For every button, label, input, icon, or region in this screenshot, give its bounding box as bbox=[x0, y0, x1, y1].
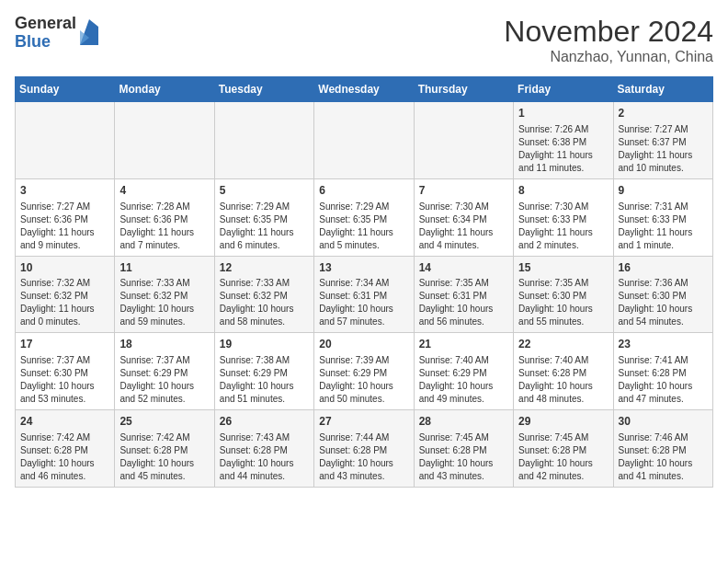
day-info-line: Sunset: 6:30 PM bbox=[20, 368, 88, 378]
day-number: 18 bbox=[119, 337, 209, 352]
calendar-cell: 3Sunrise: 7:27 AMSunset: 6:36 PMDaylight… bbox=[16, 178, 115, 256]
day-info-line: Sunset: 6:34 PM bbox=[419, 214, 487, 224]
day-info: Sunrise: 7:32 AMSunset: 6:32 PMDaylight:… bbox=[20, 277, 109, 328]
day-info-line: Daylight: 11 hours and 6 minutes. bbox=[220, 227, 294, 250]
logo-blue: Blue bbox=[15, 33, 76, 52]
day-info: Sunrise: 7:26 AMSunset: 6:38 PMDaylight:… bbox=[518, 123, 608, 175]
calendar-cell: 5Sunrise: 7:29 AMSunset: 6:35 PMDaylight… bbox=[214, 178, 313, 256]
calendar-cell: 24Sunrise: 7:42 AMSunset: 6:28 PMDayligh… bbox=[16, 410, 115, 488]
page-title: November 2024 bbox=[504, 15, 713, 49]
day-info-line: Sunset: 6:28 PM bbox=[619, 368, 687, 378]
day-info-line: Sunset: 6:30 PM bbox=[619, 291, 687, 301]
day-info-line: Daylight: 10 hours and 41 minutes. bbox=[619, 458, 693, 481]
day-info-line: Sunrise: 7:27 AM bbox=[20, 201, 90, 212]
day-info-line: Sunset: 6:29 PM bbox=[319, 368, 387, 378]
day-info-line: Daylight: 11 hours and 4 minutes. bbox=[419, 227, 494, 250]
day-info: Sunrise: 7:35 AMSunset: 6:31 PMDaylight:… bbox=[419, 277, 508, 328]
page-header: General Blue November 2024 Nanzhao, Yunn… bbox=[15, 15, 713, 65]
day-info-line: Sunset: 6:37 PM bbox=[619, 137, 687, 147]
day-info-line: Sunset: 6:29 PM bbox=[419, 368, 487, 378]
calendar-week-1: 1Sunrise: 7:26 AMSunset: 6:38 PMDaylight… bbox=[16, 102, 713, 179]
day-info-line: Sunrise: 7:32 AM bbox=[20, 278, 90, 288]
day-info-line: Sunrise: 7:39 AM bbox=[319, 355, 389, 365]
header-day-tuesday: Tuesday bbox=[214, 77, 313, 102]
day-info-line: Sunrise: 7:40 AM bbox=[518, 355, 588, 365]
day-info-line: Sunset: 6:28 PM bbox=[619, 445, 687, 455]
day-info-line: Sunrise: 7:28 AM bbox=[119, 201, 189, 212]
calendar-cell: 1Sunrise: 7:26 AMSunset: 6:38 PMDaylight… bbox=[514, 102, 613, 179]
day-info-line: Daylight: 10 hours and 48 minutes. bbox=[518, 381, 593, 404]
day-info-line: Sunset: 6:30 PM bbox=[518, 291, 586, 301]
day-number: 10 bbox=[20, 260, 109, 276]
day-info-line: Daylight: 11 hours and 11 minutes. bbox=[518, 150, 593, 173]
day-info-line: Daylight: 10 hours and 45 minutes. bbox=[119, 458, 194, 481]
calendar-cell: 20Sunrise: 7:39 AMSunset: 6:29 PMDayligh… bbox=[314, 333, 414, 410]
day-number: 12 bbox=[220, 260, 309, 276]
day-info-line: Daylight: 10 hours and 47 minutes. bbox=[619, 381, 693, 404]
calendar-cell: 23Sunrise: 7:41 AMSunset: 6:28 PMDayligh… bbox=[613, 333, 712, 410]
calendar-cell: 30Sunrise: 7:46 AMSunset: 6:28 PMDayligh… bbox=[613, 410, 712, 488]
day-number: 2 bbox=[619, 106, 708, 121]
day-info-line: Sunrise: 7:30 AM bbox=[419, 201, 489, 212]
calendar-body: 1Sunrise: 7:26 AMSunset: 6:38 PMDaylight… bbox=[16, 102, 713, 488]
day-info-line: Sunrise: 7:45 AM bbox=[518, 432, 588, 442]
day-info-line: Sunrise: 7:45 AM bbox=[419, 432, 489, 442]
logo: General Blue bbox=[15, 15, 100, 52]
day-info-line: Daylight: 10 hours and 56 minutes. bbox=[419, 304, 494, 327]
day-number: 6 bbox=[319, 183, 408, 199]
day-info: Sunrise: 7:29 AMSunset: 6:35 PMDaylight:… bbox=[319, 201, 408, 252]
calendar-cell bbox=[314, 102, 414, 179]
day-number: 23 bbox=[619, 337, 708, 352]
day-info-line: Daylight: 10 hours and 44 minutes. bbox=[220, 458, 294, 481]
page-subtitle: Nanzhao, Yunnan, China bbox=[504, 49, 713, 65]
day-info: Sunrise: 7:31 AMSunset: 6:33 PMDaylight:… bbox=[619, 201, 708, 252]
day-info-line: Sunrise: 7:29 AM bbox=[319, 201, 389, 212]
day-number: 21 bbox=[419, 337, 508, 352]
day-number: 8 bbox=[518, 183, 608, 199]
day-info-line: Sunset: 6:28 PM bbox=[419, 445, 487, 455]
day-number: 24 bbox=[20, 414, 109, 430]
day-info-line: Sunset: 6:28 PM bbox=[119, 445, 188, 455]
day-info-line: Daylight: 10 hours and 43 minutes. bbox=[319, 458, 393, 481]
day-info-line: Sunrise: 7:42 AM bbox=[20, 432, 90, 442]
day-number: 16 bbox=[619, 260, 708, 276]
day-number: 9 bbox=[619, 183, 708, 199]
day-number: 11 bbox=[119, 260, 209, 276]
calendar-cell: 4Sunrise: 7:28 AMSunset: 6:36 PMDaylight… bbox=[115, 178, 214, 256]
day-number: 29 bbox=[518, 414, 608, 430]
header-day-wednesday: Wednesday bbox=[314, 77, 414, 102]
calendar-cell: 2Sunrise: 7:27 AMSunset: 6:37 PMDaylight… bbox=[613, 102, 712, 179]
calendar-cell: 18Sunrise: 7:37 AMSunset: 6:29 PMDayligh… bbox=[115, 333, 214, 410]
calendar-cell: 12Sunrise: 7:33 AMSunset: 6:32 PMDayligh… bbox=[214, 256, 313, 333]
day-info-line: Sunset: 6:28 PM bbox=[319, 445, 387, 455]
day-number: 3 bbox=[20, 183, 109, 199]
calendar-cell: 22Sunrise: 7:40 AMSunset: 6:28 PMDayligh… bbox=[514, 333, 613, 410]
day-info: Sunrise: 7:39 AMSunset: 6:29 PMDaylight:… bbox=[319, 354, 408, 406]
day-info-line: Sunrise: 7:33 AM bbox=[220, 278, 290, 288]
day-info: Sunrise: 7:41 AMSunset: 6:28 PMDaylight:… bbox=[619, 354, 708, 406]
calendar-cell: 8Sunrise: 7:30 AMSunset: 6:33 PMDaylight… bbox=[514, 178, 613, 256]
day-info-line: Sunset: 6:28 PM bbox=[220, 445, 288, 455]
day-info-line: Sunrise: 7:42 AM bbox=[119, 432, 189, 442]
header-row: SundayMondayTuesdayWednesdayThursdayFrid… bbox=[16, 77, 713, 102]
day-number: 28 bbox=[419, 414, 508, 430]
day-info: Sunrise: 7:28 AMSunset: 6:36 PMDaylight:… bbox=[119, 201, 209, 252]
calendar-week-4: 17Sunrise: 7:37 AMSunset: 6:30 PMDayligh… bbox=[16, 333, 713, 410]
day-info-line: Sunrise: 7:31 AM bbox=[619, 201, 688, 212]
day-info: Sunrise: 7:30 AMSunset: 6:34 PMDaylight:… bbox=[419, 201, 508, 252]
day-info-line: Sunrise: 7:35 AM bbox=[419, 278, 489, 288]
day-info-line: Sunset: 6:28 PM bbox=[20, 445, 88, 455]
day-info-line: Sunset: 6:32 PM bbox=[119, 291, 188, 301]
calendar-cell bbox=[115, 102, 214, 179]
day-info-line: Sunrise: 7:38 AM bbox=[220, 355, 290, 365]
day-number: 5 bbox=[220, 183, 309, 199]
day-info-line: Daylight: 10 hours and 54 minutes. bbox=[619, 304, 693, 327]
day-info-line: Daylight: 11 hours and 7 minutes. bbox=[119, 227, 194, 250]
day-info-line: Sunrise: 7:34 AM bbox=[319, 278, 389, 288]
calendar-cell: 17Sunrise: 7:37 AMSunset: 6:30 PMDayligh… bbox=[16, 333, 115, 410]
day-info: Sunrise: 7:33 AMSunset: 6:32 PMDaylight:… bbox=[119, 277, 209, 328]
day-info-line: Sunset: 6:36 PM bbox=[119, 214, 188, 224]
day-info-line: Sunset: 6:29 PM bbox=[220, 368, 288, 378]
calendar-cell: 25Sunrise: 7:42 AMSunset: 6:28 PMDayligh… bbox=[115, 410, 214, 488]
day-info-line: Daylight: 10 hours and 52 minutes. bbox=[119, 381, 194, 404]
